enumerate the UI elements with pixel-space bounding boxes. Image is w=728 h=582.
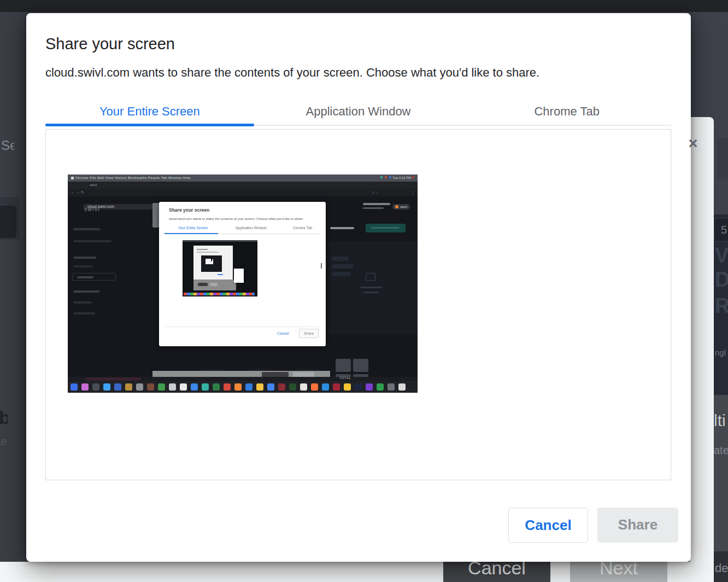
dock-app-icon bbox=[333, 383, 340, 391]
screen: Se b te 5 V DU R ngl lti ate × Cancel Ne… bbox=[0, 0, 728, 582]
thumb-site-logo: swivl bbox=[84, 206, 100, 212]
dock-icons bbox=[71, 383, 406, 391]
dock-app-icon bbox=[92, 383, 99, 391]
bg-text-fragment: de bbox=[715, 561, 728, 575]
dock-app-icon bbox=[245, 383, 253, 391]
dock-app-icon bbox=[267, 383, 274, 391]
dock-app-icon bbox=[103, 383, 110, 391]
thumb-tab-title: swivl bbox=[90, 182, 97, 189]
nested-dialog bbox=[193, 246, 233, 280]
close-icon[interactable]: × bbox=[685, 136, 701, 151]
recursive-share-dialog: Share your screen cloud.swivl.com wants … bbox=[159, 202, 326, 346]
recursive-cancel-button: Cancel bbox=[277, 331, 289, 335]
dock-app-icon bbox=[169, 383, 176, 391]
bg-modal-edge bbox=[690, 117, 714, 582]
bg-heading-fragment: DU bbox=[715, 268, 728, 292]
dock-app-icon bbox=[136, 383, 143, 391]
bg-heading-fragment: R bbox=[715, 294, 728, 318]
entire-screen-thumbnail[interactable]: Chrome File Edit View History Bookmarks … bbox=[68, 174, 418, 393]
dock-app-icon bbox=[191, 383, 198, 391]
status-icon bbox=[412, 176, 414, 178]
dock-app-icon bbox=[158, 383, 165, 391]
dock-app-icon bbox=[81, 383, 89, 391]
browser-menu-icon: ⋮ bbox=[411, 189, 415, 196]
tab-application-window[interactable]: Application Window bbox=[254, 100, 463, 126]
share-button[interactable]: Share bbox=[597, 508, 678, 543]
upload-icon bbox=[366, 273, 375, 281]
dock-app-icon bbox=[398, 383, 406, 391]
thumb-scrollbar bbox=[152, 203, 159, 228]
dock-app-icon bbox=[377, 383, 384, 391]
dock-app-icon bbox=[300, 383, 307, 391]
dock-app-icon bbox=[344, 383, 351, 391]
share-screen-dialog: Share your screen cloud.swivl.com wants … bbox=[26, 13, 691, 562]
dock-app-icon bbox=[213, 383, 220, 391]
bg-text-fragment: Se bbox=[1, 138, 14, 153]
recursive-dialog-title: Share your screen bbox=[169, 207, 209, 213]
dock-app-icon bbox=[71, 383, 78, 391]
dock-app-icon bbox=[388, 383, 395, 391]
dock-app-icon bbox=[256, 383, 263, 391]
status-icon bbox=[380, 176, 383, 178]
dock-app-icon bbox=[234, 383, 242, 391]
thumb-sidebar-active-item bbox=[72, 273, 116, 281]
bg-text-fragment: te bbox=[0, 435, 8, 448]
dock bbox=[68, 381, 418, 393]
recursive-dialog-description: cloud.swivl.com wants to share the conte… bbox=[169, 217, 318, 220]
dock-app-icon bbox=[289, 383, 296, 391]
dialog-title: Share your screen bbox=[45, 35, 175, 53]
tab-chrome-tab[interactable]: Chrome Tab bbox=[462, 100, 671, 126]
thumb-menubar-status: Tue 2:11 PM bbox=[379, 174, 415, 182]
dock-app-icon bbox=[147, 383, 154, 391]
bg-badge: 5 bbox=[714, 218, 728, 242]
background-top-strip bbox=[0, 0, 728, 12]
apple-menu-icon bbox=[71, 177, 74, 179]
background-left-area bbox=[0, 12, 26, 582]
active-tab-underline bbox=[45, 124, 254, 126]
thumb-page: swivl bbox=[68, 196, 418, 393]
dock-app-icon bbox=[224, 383, 231, 391]
bg-text-fragment: ngl bbox=[715, 348, 726, 357]
cancel-button[interactable]: Cancel bbox=[508, 508, 588, 543]
bg-text-fragment: b bbox=[0, 407, 8, 428]
dock-app-icon bbox=[125, 383, 132, 391]
recursive-tab: Your Entire Screen bbox=[178, 226, 208, 230]
recursive-thumbnail bbox=[183, 240, 257, 296]
thumb-tabbar: swivl bbox=[68, 182, 418, 189]
dock-app-icon bbox=[311, 383, 318, 391]
nested-dock bbox=[184, 293, 255, 295]
dock-app-icon bbox=[355, 383, 362, 391]
browser-nav-icons: ← → ↻ bbox=[71, 189, 84, 196]
dock-app-icon bbox=[114, 383, 121, 391]
dock-app-icon bbox=[322, 383, 329, 391]
bg-heading-fragment: V bbox=[715, 244, 728, 267]
dock-app-icon bbox=[180, 383, 187, 391]
screen-preview-pane: Chrome File Edit View History Bookmarks … bbox=[45, 129, 671, 480]
tab-entire-screen[interactable]: Your Entire Screen bbox=[45, 100, 254, 126]
bg-text-fragment: lti bbox=[714, 411, 726, 430]
browser-action-icons: ☆ ↓ bbox=[372, 189, 378, 196]
thumb-clock: Tue 2:11 PM bbox=[392, 176, 411, 179]
cursor-icon bbox=[211, 258, 214, 262]
dock-app-icon bbox=[366, 383, 373, 391]
thumb-total-label: TOTAL bbox=[339, 376, 351, 380]
thumb-menubar: Chrome File Edit View History Bookmarks … bbox=[68, 174, 418, 182]
tab-bar: Your Entire Screen Application Window Ch… bbox=[45, 100, 671, 126]
recursive-share-button: Share bbox=[299, 329, 319, 338]
status-icon bbox=[385, 176, 387, 178]
thumb-teal-button bbox=[366, 224, 406, 232]
recursive-tab: Chrome Tab bbox=[293, 226, 312, 230]
bg-left-panel-button bbox=[0, 206, 16, 238]
thumb-menu-items: Chrome File Edit View History Bookmarks … bbox=[75, 174, 191, 182]
thumb-content-card bbox=[329, 241, 418, 334]
dock-app-icon bbox=[278, 383, 285, 391]
bg-text-fragment: ate bbox=[714, 444, 728, 457]
dock-app-icon bbox=[202, 383, 209, 391]
status-icon bbox=[389, 176, 391, 178]
thumb-urlbar: ← → ↻ cloud.swivl.com ☆ ↓ swivl ⋮ bbox=[68, 189, 418, 196]
recursive-tab: Application Window bbox=[236, 226, 267, 230]
dialog-description: cloud.swivl.com wants to share the conte… bbox=[45, 66, 539, 80]
background-right-panel bbox=[717, 138, 728, 179]
